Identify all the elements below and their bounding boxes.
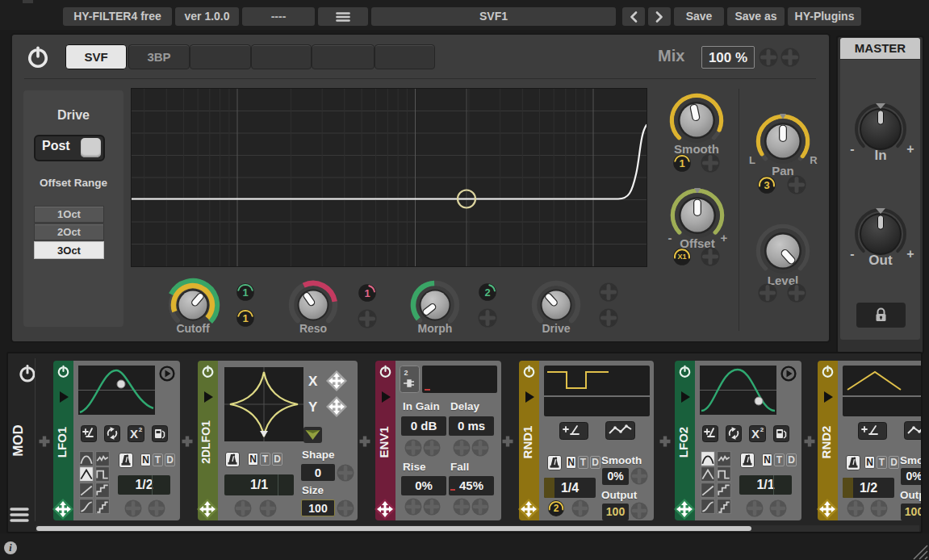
svg-text:3: 3	[764, 179, 769, 191]
svg-text:1: 1	[242, 312, 248, 324]
svg-text:1: 1	[679, 157, 684, 169]
svg-text:1: 1	[364, 287, 370, 299]
svg-text:1: 1	[242, 286, 248, 299]
svg-text:X: X	[130, 427, 138, 441]
svg-text:X: X	[751, 427, 760, 441]
svg-text:2: 2	[484, 286, 490, 299]
svg-text:2: 2	[554, 503, 559, 514]
svg-text:X1: X1	[677, 253, 686, 261]
svg-text:2: 2	[404, 369, 408, 377]
svg-text:2: 2	[760, 426, 764, 433]
svg-text:2: 2	[139, 426, 143, 433]
